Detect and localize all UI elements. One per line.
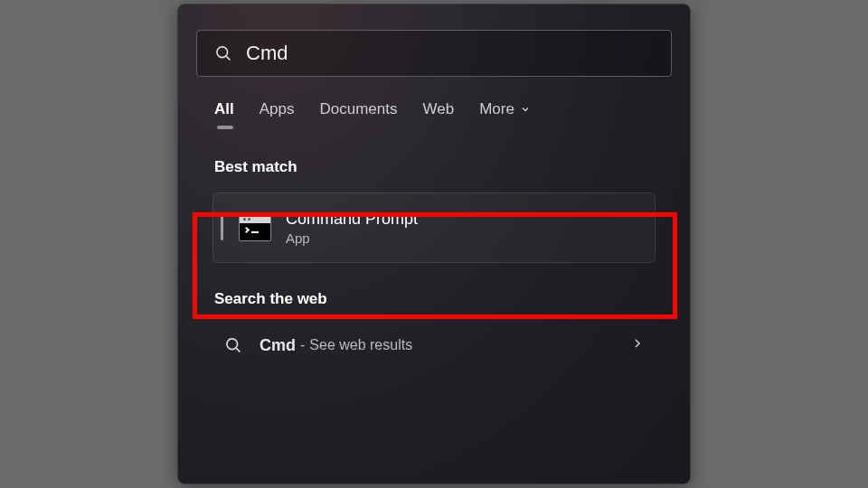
best-match-subtitle: App xyxy=(286,230,418,246)
filter-tabs: All Apps Documents Web More xyxy=(214,100,690,127)
best-match-result[interactable]: Command Prompt App xyxy=(212,192,656,263)
best-match-text: Command Prompt App xyxy=(286,210,418,246)
svg-line-3 xyxy=(236,348,240,352)
svg-line-1 xyxy=(226,56,230,60)
chevron-right-icon xyxy=(630,336,645,354)
svg-point-0 xyxy=(217,47,228,58)
svg-point-2 xyxy=(227,339,238,350)
tab-all[interactable]: All xyxy=(214,100,234,127)
best-match-title: Command Prompt xyxy=(286,210,418,229)
tab-documents[interactable]: Documents xyxy=(319,100,397,127)
search-input[interactable] xyxy=(246,42,655,65)
web-search-separator: - xyxy=(300,337,305,353)
tab-web[interactable]: Web xyxy=(422,100,454,127)
web-search-suffix: See web results xyxy=(309,337,412,353)
chevron-down-icon xyxy=(520,104,531,115)
section-header-search-web: Search the web xyxy=(214,290,690,308)
web-search-term: Cmd xyxy=(259,336,296,355)
search-bar[interactable] xyxy=(196,30,672,77)
tab-more-label: More xyxy=(479,100,514,118)
start-search-panel: All Apps Documents Web More Best match C… xyxy=(177,4,691,484)
command-prompt-icon xyxy=(239,214,271,241)
search-icon xyxy=(223,335,243,355)
web-search-result[interactable]: Cmd - See web results xyxy=(212,326,656,364)
tab-more[interactable]: More xyxy=(479,100,531,127)
search-icon xyxy=(213,43,233,63)
tab-apps[interactable]: Apps xyxy=(259,100,295,127)
section-header-best-match: Best match xyxy=(214,158,690,176)
